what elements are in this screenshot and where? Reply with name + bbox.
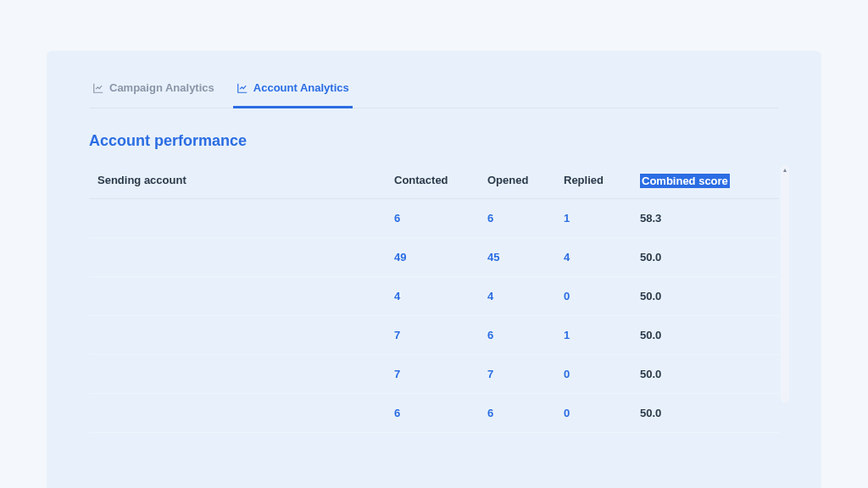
- cell-score: 50.0: [640, 329, 759, 341]
- col-replied[interactable]: Replied: [564, 174, 640, 188]
- col-opened[interactable]: Opened: [487, 174, 564, 188]
- cell-account: [97, 329, 394, 341]
- cell-opened[interactable]: 6: [487, 407, 564, 419]
- scrollbar[interactable]: ▴: [781, 165, 789, 402]
- cell-contacted[interactable]: 7: [394, 329, 487, 341]
- performance-table: Sending account Contacted Opened Replied…: [89, 165, 779, 433]
- analytics-panel: Campaign Analytics Account Analytics Acc…: [47, 51, 821, 488]
- section-title: Account performance: [89, 132, 779, 150]
- table-row: 49 45 4 50.0: [89, 238, 779, 277]
- cell-account: [97, 251, 394, 263]
- cell-score: 50.0: [640, 290, 759, 302]
- cell-account: [97, 290, 394, 302]
- cell-score: 50.0: [640, 251, 759, 263]
- cell-account: [97, 212, 394, 225]
- cell-contacted[interactable]: 7: [394, 368, 487, 380]
- tabs-container: Campaign Analytics Account Analytics: [89, 76, 779, 108]
- cell-contacted[interactable]: 6: [394, 212, 487, 225]
- table-row: 7 7 0 50.0: [89, 355, 779, 394]
- cell-opened[interactable]: 4: [487, 290, 564, 302]
- table-body: 6 6 1 58.3 49 45 4 50.0 4 4 0 50.0: [89, 199, 779, 433]
- cell-score: 50.0: [640, 407, 759, 419]
- tab-account-analytics[interactable]: Account Analytics: [233, 76, 353, 108]
- cell-replied[interactable]: 4: [564, 251, 640, 263]
- col-sending-account[interactable]: Sending account: [97, 174, 394, 188]
- cell-contacted[interactable]: 4: [394, 290, 487, 302]
- col-contacted[interactable]: Contacted: [394, 174, 487, 188]
- cell-opened[interactable]: 7: [487, 368, 564, 380]
- tab-label: Campaign Analytics: [109, 81, 214, 94]
- table-row: 7 6 1 50.0: [89, 316, 779, 355]
- cell-account: [97, 407, 394, 419]
- cell-replied[interactable]: 0: [564, 368, 640, 380]
- cell-replied[interactable]: 0: [564, 407, 640, 419]
- scroll-up-icon[interactable]: ▴: [781, 165, 789, 174]
- table-row: 6 6 1 58.3: [89, 199, 779, 238]
- table-header: Sending account Contacted Opened Replied…: [89, 165, 779, 199]
- cell-opened[interactable]: 6: [487, 212, 564, 225]
- cell-contacted[interactable]: 6: [394, 407, 487, 419]
- chart-line-icon: [236, 82, 248, 94]
- table-row: 4 4 0 50.0: [89, 277, 779, 316]
- tab-label: Account Analytics: [253, 81, 349, 94]
- cell-opened[interactable]: 45: [487, 251, 564, 263]
- tab-campaign-analytics[interactable]: Campaign Analytics: [89, 76, 218, 108]
- highlighted-column: Combined score: [640, 174, 730, 188]
- cell-score: 50.0: [640, 368, 759, 380]
- cell-score: 58.3: [640, 212, 759, 225]
- cell-contacted[interactable]: 49: [394, 251, 487, 263]
- col-combined-score[interactable]: Combined score: [640, 174, 759, 188]
- cell-replied[interactable]: 1: [564, 212, 640, 225]
- cell-replied[interactable]: 1: [564, 329, 640, 341]
- cell-replied[interactable]: 0: [564, 290, 640, 302]
- cell-account: [97, 368, 394, 380]
- table-row: 6 6 0 50.0: [89, 394, 779, 433]
- chart-line-icon: [92, 82, 104, 94]
- cell-opened[interactable]: 6: [487, 329, 564, 341]
